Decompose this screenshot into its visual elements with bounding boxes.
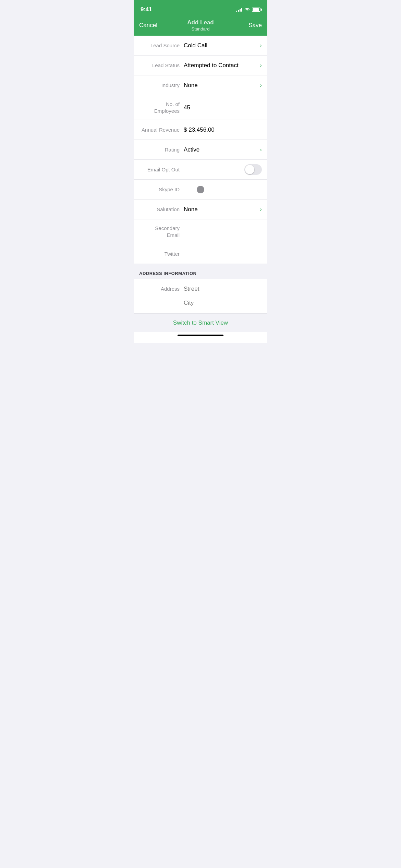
save-button[interactable]: Save (241, 22, 262, 29)
page-subtitle: Standard (160, 26, 241, 32)
switch-view-button[interactable]: Switch to Smart View (134, 314, 267, 332)
rating-chevron-icon: › (260, 146, 262, 153)
lead-status-value: Attempted to Contact (184, 62, 257, 69)
annual-revenue-label: Annual Revenue (139, 126, 184, 133)
home-indicator (134, 332, 267, 343)
status-time: 9:41 (141, 6, 152, 13)
employees-row[interactable]: No. ofEmployees 45 (134, 95, 267, 120)
address-section-header: ADDRESS INFORMATION (134, 264, 267, 279)
email-opt-out-row: Email Opt Out (134, 160, 267, 180)
signal-icon (236, 8, 242, 12)
address-fields (184, 282, 262, 310)
salutation-row[interactable]: Salutation None › (134, 200, 267, 219)
secondary-email-input[interactable] (184, 228, 262, 235)
employees-label: No. ofEmployees (139, 101, 184, 114)
lead-source-value: Cold Call (184, 42, 257, 49)
email-opt-out-toggle-container (184, 164, 262, 175)
nav-title-block: Add Lead Standard (160, 19, 241, 31)
address-label: Address (139, 282, 184, 292)
wifi-icon (244, 7, 250, 12)
battery-icon (252, 8, 260, 12)
skype-id-input[interactable] (184, 186, 262, 193)
industry-value: None (184, 82, 257, 89)
rating-row[interactable]: Rating Active › (134, 140, 267, 160)
email-opt-out-label: Email Opt Out (139, 166, 184, 173)
address-row: Address (134, 279, 267, 314)
page-title: Add Lead (160, 19, 241, 26)
lead-status-row[interactable]: Lead Status Attempted to Contact › (134, 56, 267, 75)
skype-id-label: Skype ID (139, 186, 184, 193)
secondary-email-label: SecondaryEmail (139, 225, 184, 238)
employees-value: 45 (184, 104, 262, 111)
bottom-bar: Switch to Smart View (134, 314, 267, 332)
industry-label: Industry (139, 82, 184, 89)
lead-status-label: Lead Status (139, 62, 184, 69)
lead-source-label: Lead Source (139, 42, 184, 49)
form-content: Lead Source Cold Call › Lead Status Atte… (134, 36, 267, 264)
home-bar (178, 335, 223, 336)
annual-revenue-value: $ 23,456.00 (184, 126, 262, 133)
twitter-row: Twitter (134, 244, 267, 264)
salutation-value: None (184, 206, 257, 213)
drag-indicator (197, 186, 204, 193)
lead-source-chevron-icon: › (260, 42, 262, 49)
secondary-email-row: SecondaryEmail (134, 219, 267, 244)
address-city-input[interactable] (184, 296, 262, 310)
industry-row[interactable]: Industry None › (134, 75, 267, 95)
status-icons (236, 7, 260, 12)
email-opt-out-toggle[interactable] (244, 164, 262, 175)
lead-status-chevron-icon: › (260, 62, 262, 69)
salutation-chevron-icon: › (260, 206, 262, 213)
lead-source-row[interactable]: Lead Source Cold Call › (134, 36, 267, 56)
toggle-knob (245, 165, 254, 174)
twitter-input[interactable] (184, 251, 262, 257)
annual-revenue-row[interactable]: Annual Revenue $ 23,456.00 (134, 120, 267, 140)
status-bar: 9:41 (134, 0, 267, 17)
skype-id-row: Skype ID (134, 180, 267, 200)
industry-chevron-icon: › (260, 82, 262, 89)
cancel-button[interactable]: Cancel (139, 22, 160, 29)
address-section: Address (134, 279, 267, 314)
rating-label: Rating (139, 146, 184, 153)
rating-value: Active (184, 146, 257, 153)
twitter-label: Twitter (139, 251, 184, 257)
nav-bar: Cancel Add Lead Standard Save (134, 17, 267, 36)
address-street-input[interactable] (184, 282, 262, 296)
salutation-label: Salutation (139, 206, 184, 213)
